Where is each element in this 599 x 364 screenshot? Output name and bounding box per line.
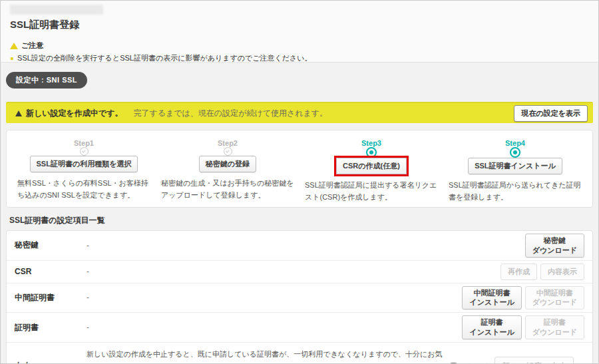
step3-create-csr-button[interactable]: CSRの作成(任意) (336, 158, 407, 174)
step3-description: SSL証明書認証局に提出する署名リクエスト(CSR)を作成します。 (305, 179, 438, 203)
step4-radio-icon (510, 147, 520, 158)
main-section: 設定中 : SNI SSL 新しい設定を作成中です。 完了するまでは、現在の設定… (1, 62, 598, 363)
intermediate-cert-download-button[interactable]: 中間証明書 ダウンロード (525, 286, 584, 310)
table-row-csr: CSR - 再作成 内容表示 (7, 260, 592, 283)
status-badge: 設定中 : SNI SSL (6, 72, 87, 89)
csr-label: CSR (15, 267, 87, 276)
private-key-value: - (87, 241, 525, 250)
step1-column: Step1 SSL証明書の利用種類を選択 無料SSL・さくらの有料SSL・お客様… (12, 139, 156, 199)
banner-message-bold: 新しい設定を作成中です。 (26, 108, 122, 119)
step2-register-key-button[interactable]: 秘密鍵の登録 (199, 156, 256, 172)
intermediate-cert-label: 中間証明書 (15, 292, 87, 303)
page-frame: SSL証明書登録 ご注意 ● SSL設定の全削除を実行するとSSL証明書の表示に… (0, 0, 599, 364)
table-row-private-key: 秘密鍵 - 秘密鍵 ダウンロード (7, 231, 592, 260)
step4-description: SSL証明書認証局から送られてきた証明書を登録します。 (449, 179, 582, 203)
banner-message: 完了するまでは、現在の設定が続けて使用されます。 (133, 108, 327, 119)
page-title: SSL証明書登録 (10, 19, 589, 31)
certificate-download-button[interactable]: 証明書 ダウンロード (525, 315, 584, 339)
show-current-settings-button[interactable]: 現在の設定を表示 (514, 105, 588, 122)
step3-radio-icon (366, 147, 377, 158)
notice-heading: ご注意 (21, 41, 43, 51)
csr-recreate-button[interactable]: 再作成 (500, 264, 537, 280)
bullet-icon: ● (10, 55, 14, 62)
page-header: SSL証明書登録 ご注意 ● SSL設定の全削除を実行するとSSL証明書の表示に… (1, 1, 598, 62)
private-key-label: 秘密鍵 (15, 240, 87, 251)
table-row-cancel: 中止 新しい設定の作成を中止すると、既に申請している証明書が、一切利用できなくな… (7, 342, 592, 364)
settings-list-title: SSL証明書の設定項目一覧 (9, 215, 593, 226)
step4-install-cert-button[interactable]: SSL証明書インストール (468, 158, 562, 174)
certificate-value: - (87, 323, 462, 332)
step2-check-icon (224, 147, 232, 156)
table-row-certificate: 証明書 - 証明書 インストール 証明書 ダウンロード (7, 312, 592, 342)
step2-column: Step2 秘密鍵の登録 秘密鍵の生成・又はお手持ちの秘密鍵をアップロードして登… (156, 139, 300, 199)
step4-column: Step4 SSL証明書インストール SSL証明書認証局から送られてきた証明書を… (443, 139, 587, 199)
certificate-install-button[interactable]: 証明書 インストール (462, 315, 521, 339)
intermediate-cert-value: - (87, 293, 462, 302)
step3-column: Step3 CSRの作成(任意) SSL証明書認証局に提出する署名リクエスト(C… (300, 139, 443, 199)
step1-label: Step1 (74, 139, 94, 147)
csr-view-button[interactable]: 内容表示 (540, 264, 584, 280)
notice-block: ご注意 ● SSL設定の全削除を実行するとSSL証明書の表示に影響がありますので… (10, 41, 589, 63)
cancel-description: 新しい設定の作成を中止すると、既に申請している証明書が、一切利用できなくなります… (87, 348, 446, 364)
csr-value: - (87, 267, 500, 276)
cancel-label: 中止 (15, 361, 87, 364)
step1-description: 無料SSL・さくらの有料SSL・お客様持ち込みのSNI SSLを設定できます。 (17, 177, 150, 201)
step1-check-icon (80, 147, 89, 156)
redacted-breadcrumb (10, 5, 103, 15)
warning-triangle-icon (10, 43, 18, 49)
private-key-download-button[interactable]: 秘密鍵 ダウンロード (525, 234, 584, 258)
step2-label: Step2 (218, 139, 238, 147)
table-row-intermediate-cert: 中間証明書 - 中間証明書 インストール 中間証明書 ダウンロード (7, 283, 592, 313)
steps-panel: Step1 SSL証明書の利用種類を選択 無料SSL・さくらの有料SSL・お客様… (6, 130, 593, 208)
notice-item-text: SSL設定の全削除を実行するとSSL証明書の表示に影響がありますのでご注意くださ… (17, 53, 311, 63)
settings-table: 秘密鍵 - 秘密鍵 ダウンロード CSR - 再作成 内容表示 中間証明 (6, 230, 593, 364)
step4-label: Step4 (505, 139, 525, 147)
alert-triangle-icon (15, 110, 22, 116)
cancel-new-settings-button[interactable]: 新しい設定の中止 (495, 357, 574, 364)
cancel-controls: 中止の確認 新しい設定の中止 (450, 357, 574, 364)
intermediate-cert-install-button[interactable]: 中間証明書 インストール (462, 286, 521, 310)
step1-select-type-button[interactable]: SSL証明書の利用種類を選択 (30, 156, 138, 172)
step3-label: Step3 (361, 139, 381, 147)
step2-description: 秘密鍵の生成・又はお手持ちの秘密鍵をアップロードして登録します。 (161, 177, 294, 201)
certificate-label: 証明書 (15, 322, 87, 333)
in-progress-banner: 新しい設定を作成中です。 完了するまでは、現在の設定が続けて使用されます。 現在… (6, 102, 593, 123)
